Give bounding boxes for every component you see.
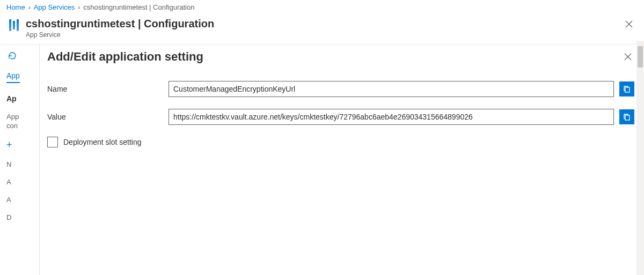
copy-value-button[interactable]: [619, 109, 634, 124]
blade-title: Add/Edit application setting: [47, 50, 203, 64]
app-service-icon: [8, 19, 20, 32]
copy-icon: [623, 113, 631, 121]
sidebar: App Ap App con + N A A D: [0, 44, 40, 275]
scrollbar-thumb[interactable]: [638, 46, 643, 68]
add-button[interactable]: +: [6, 139, 39, 151]
chevron-right-icon: ›: [28, 4, 31, 11]
breadcrumb-home[interactable]: Home: [6, 3, 25, 11]
scrollbar[interactable]: [636, 41, 644, 275]
sidebar-text: App: [6, 113, 39, 121]
deployment-slot-label[interactable]: Deployment slot setting: [63, 138, 142, 146]
add-edit-setting-blade: Add/Edit application setting Name Value …: [39, 44, 644, 275]
column-header: N: [6, 160, 39, 168]
close-icon: [624, 53, 632, 61]
value-label: Value: [47, 113, 163, 121]
breadcrumb: Home › App Services › cshostingruntimete…: [0, 0, 644, 13]
refresh-icon: [8, 51, 17, 61]
close-button[interactable]: [624, 19, 634, 29]
sidebar-text: con: [6, 122, 39, 130]
copy-name-button[interactable]: [619, 81, 634, 96]
breadcrumb-app-services[interactable]: App Services: [34, 3, 75, 11]
page-subtitle: App Service: [26, 31, 214, 39]
refresh-button[interactable]: [6, 50, 18, 62]
svg-rect-0: [625, 87, 630, 92]
name-label: Name: [47, 85, 163, 93]
value-input[interactable]: [169, 109, 614, 125]
table-cell: D: [6, 213, 39, 221]
chevron-right-icon: ›: [78, 4, 80, 11]
section-heading: Ap: [6, 94, 39, 103]
blade-close-button[interactable]: [623, 51, 633, 62]
name-input[interactable]: [169, 81, 614, 97]
copy-icon: [623, 85, 631, 93]
page-header: cshostingruntimetest | Configuration App…: [0, 13, 644, 44]
table-cell: A: [6, 196, 39, 204]
close-icon: [625, 20, 633, 28]
svg-rect-1: [625, 115, 630, 120]
breadcrumb-current: cshostingruntimetest | Configuration: [83, 3, 194, 11]
page-title: cshostingruntimetest | Configuration: [26, 18, 214, 30]
tab-application-settings[interactable]: App: [6, 71, 20, 83]
table-cell: A: [6, 178, 39, 186]
deployment-slot-checkbox[interactable]: [47, 137, 58, 147]
